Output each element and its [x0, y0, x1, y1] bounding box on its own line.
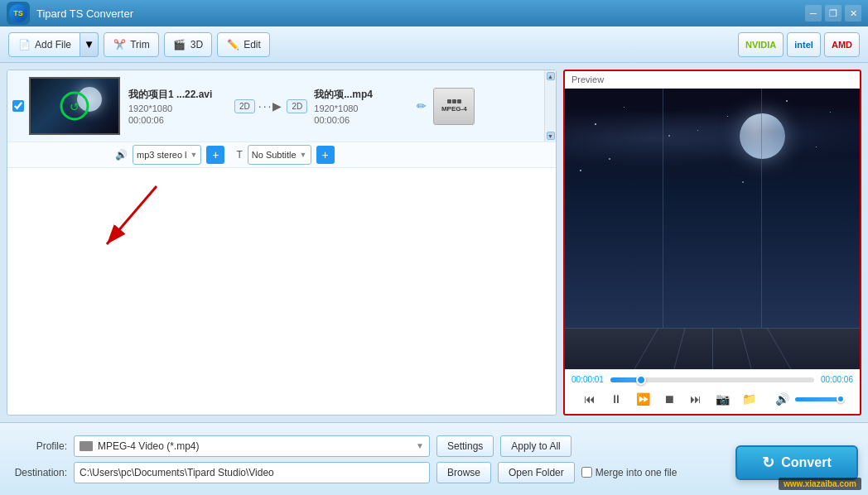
destination-label: Destination:	[13, 467, 67, 478]
3d-icon: 🎬	[173, 38, 186, 51]
progress-row: 00:00:01 00:00:06	[571, 375, 853, 384]
subtitle-t-icon: T	[236, 149, 242, 161]
add-file-icon: 📄	[17, 38, 31, 51]
open-folder-button[interactable]: Open Folder	[498, 462, 575, 483]
audio-dropdown-icon: ▼	[190, 151, 198, 159]
merge-checkbox[interactable]	[581, 467, 592, 478]
edit-file-button[interactable]: ✏	[417, 99, 427, 113]
convert-label: Convert	[781, 455, 831, 470]
scroll-down[interactable]: ▼	[547, 132, 555, 140]
scroll-up[interactable]: ▲	[547, 72, 555, 80]
stop-button[interactable]: ⏹	[659, 389, 679, 409]
intel-badge: intel	[787, 32, 821, 57]
minimize-button[interactable]: ─	[805, 5, 822, 22]
audio-icon: 🔊	[115, 149, 128, 161]
main-area: ↺ 我的项目1 ...22.avi 1920*1080 00:00:06	[0, 63, 868, 422]
file-controls-row: 🔊 mp3 stereo l ▼ + T No Subtitle ▼ +	[7, 142, 556, 168]
output-resolution: 1920*1080	[314, 103, 413, 113]
add-file-dropdown[interactable]: ▼	[80, 32, 99, 57]
titlebar-controls: ─ ❐ ✕	[805, 5, 861, 22]
output-duration: 00:00:06	[314, 115, 413, 125]
film-hole	[452, 99, 456, 103]
add-file-button[interactable]: 📄 Add File	[8, 32, 80, 57]
3d-button[interactable]: 🎬 3D	[164, 32, 212, 57]
add-file-label: Add File	[35, 39, 71, 50]
profile-icon	[80, 441, 93, 451]
fast-forward-button[interactable]: ⏩	[633, 389, 653, 409]
preview-controls: 00:00:01 00:00:06 ⏮ ⏸ ⏩ ⏹ ⏭ 📷 📁 🔊	[565, 369, 860, 414]
progress-thumb[interactable]	[636, 375, 646, 385]
browse-button[interactable]: Browse	[436, 462, 491, 483]
audio-select[interactable]: mp3 stereo l ▼	[133, 145, 201, 165]
profile-select-value: MPEG-4 Video (*.mp4)	[98, 440, 416, 452]
file-thumbnail: ↺	[29, 77, 120, 135]
progress-bar[interactable]	[610, 377, 814, 382]
volume-bar[interactable]	[795, 397, 845, 401]
film-strip	[447, 99, 461, 103]
edit-icon: ✏️	[226, 38, 239, 51]
current-time: 00:00:01	[571, 375, 604, 384]
profile-row: Profile: MPEG-4 Video (*.mp4) ▼ Settings…	[13, 435, 855, 457]
thumbnail-image: ↺	[31, 79, 118, 133]
destination-input[interactable]: C:\Users\pc\Documents\Tipard Studio\Vide…	[74, 462, 430, 483]
settings-button[interactable]: Settings	[436, 435, 494, 457]
volume-fill	[795, 397, 840, 401]
profile-label: Profile:	[13, 440, 67, 452]
trim-button[interactable]: ✂️ Trim	[104, 32, 159, 57]
total-time: 00:00:06	[821, 375, 853, 384]
preview-floor	[565, 328, 860, 369]
file-scrollbar[interactable]: ▲ ▼	[544, 70, 556, 142]
app-logo: TS	[7, 2, 30, 25]
file-item: ↺ 我的项目1 ...22.avi 1920*1080 00:00:06	[7, 70, 556, 142]
play-indicator: ↺	[70, 99, 80, 113]
edit-button[interactable]: ✏️ Edit	[217, 32, 270, 57]
volume-thumb[interactable]	[837, 395, 845, 403]
player-buttons: ⏮ ⏸ ⏩ ⏹ ⏭ 📷 📁 🔊	[571, 389, 853, 409]
preview-video	[565, 89, 860, 369]
convert-button[interactable]: ↻ Convert	[735, 445, 858, 480]
close-button[interactable]: ✕	[845, 5, 861, 22]
pause-button[interactable]: ⏸	[606, 389, 626, 409]
skip-to-start-button[interactable]: ⏮	[580, 389, 600, 409]
bottom-bar: Profile: MPEG-4 Video (*.mp4) ▼ Settings…	[0, 422, 868, 495]
file-info: 我的项目1 ...22.avi 1920*1080 00:00:06	[128, 88, 228, 125]
conversion-arrow: 2D ···▶ 2D	[234, 99, 307, 113]
apply-to-button[interactable]: Apply to All	[500, 435, 571, 457]
input-duration: 00:00:06	[128, 115, 228, 125]
output-format-badge: 2D	[287, 99, 307, 113]
nvidia-badge: NVIDIA	[738, 32, 784, 57]
subtitle-select[interactable]: No Subtitle ▼	[248, 145, 311, 165]
output-filename: 我的项...mp4	[314, 88, 413, 102]
add-subtitle-button[interactable]: +	[316, 146, 335, 164]
volume-icon: 🔊	[772, 389, 792, 409]
subtitle-dropdown-icon: ▼	[300, 151, 307, 159]
trim-label: Trim	[130, 39, 150, 50]
file-checkbox[interactable]	[12, 100, 24, 112]
night-sky	[565, 89, 860, 369]
profile-dropdown-arrow: ▼	[416, 441, 424, 450]
logo-text: TS	[13, 9, 23, 17]
red-arrow	[90, 178, 190, 261]
file-area: ↺ 我的项目1 ...22.avi 1920*1080 00:00:06	[7, 70, 557, 416]
snapshot-button[interactable]: 📷	[712, 389, 732, 409]
film-hole	[447, 99, 451, 103]
preview-area: Preview	[563, 70, 861, 416]
mpeg-badge: MPEG-4	[433, 88, 475, 125]
convert-icon: ↻	[762, 454, 774, 472]
destination-row: Destination: C:\Users\pc\Documents\Tipar…	[13, 462, 855, 483]
open-folder-player-button[interactable]: 📁	[739, 389, 759, 409]
toolbar: 📄 Add File ▼ ✂️ Trim 🎬 3D ✏️ Edit NVIDIA…	[0, 26, 868, 63]
arrow-dots: ···▶	[258, 99, 284, 113]
output-info: 我的项...mp4 1920*1080 00:00:06	[314, 88, 413, 125]
merge-label: Merge into one file	[596, 467, 678, 478]
profile-select[interactable]: MPEG-4 Video (*.mp4) ▼	[74, 435, 430, 457]
titlebar: TS Tipard TS Converter ─ ❐ ✕	[0, 0, 868, 26]
skip-to-end-button[interactable]: ⏭	[686, 389, 706, 409]
watermark: www.xiazaiba.com	[779, 478, 861, 490]
edit-label: Edit	[244, 39, 261, 50]
input-resolution: 1920*1080	[128, 103, 228, 113]
amd-badge: AMD	[824, 32, 860, 57]
restore-button[interactable]: ❐	[825, 5, 841, 22]
add-audio-button[interactable]: +	[206, 146, 224, 164]
audio-select-value: mp3 stereo l	[137, 150, 187, 160]
